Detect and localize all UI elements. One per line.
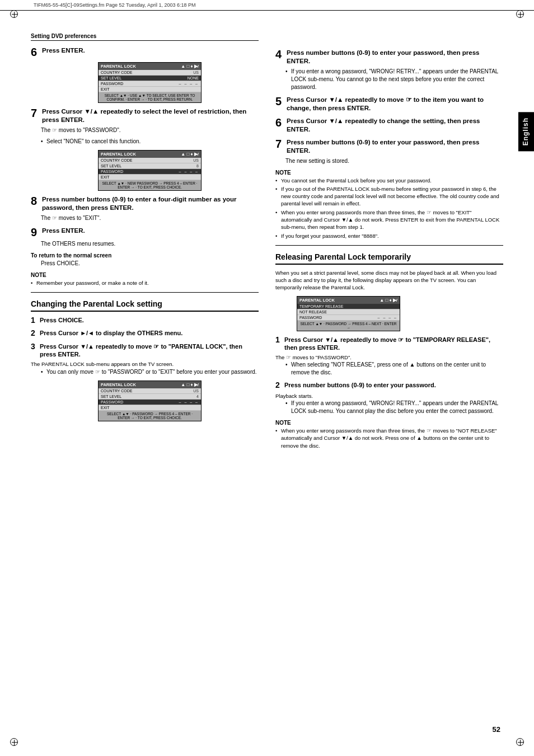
divider-1 bbox=[31, 292, 259, 293]
step-7-right-heading-row: 7 Press number buttons (0-9) to enter yo… bbox=[275, 138, 503, 155]
changing-step-1-row: 1 Press CHOICE. bbox=[31, 316, 259, 325]
step-5-number: 5 bbox=[275, 96, 285, 107]
releasing-step-2-row: 2 Press number buttons (0-9) to enter yo… bbox=[275, 381, 503, 389]
step-9-body: The OTHERS menu resumes. bbox=[41, 240, 259, 248]
corner-mark-br bbox=[516, 738, 524, 746]
releasing-step-2-num: 2 bbox=[275, 381, 283, 389]
changing-step-3-row: 3 Press Cursor ▼/▲ repeatedly to move ☞ … bbox=[31, 342, 259, 359]
screen-3-row-3: PASSWORD – – – – bbox=[99, 400, 201, 405]
step-6-heading-row: 6 Press ENTER. bbox=[31, 46, 259, 58]
screen-1-footer: SELECT ▲▼ · USE ▲▼ TO SELECT, USE ENTER … bbox=[99, 92, 201, 102]
screen-1-row-4: EXIT bbox=[99, 87, 201, 92]
step-7-right-body: The new setting is stored. bbox=[285, 157, 503, 165]
step-8-body: The ☞ moves to "EXIT". bbox=[41, 214, 259, 222]
screen-image-1: PARENTAL LOCK ▲ □ ♦ ▶/ COUNTRY CODE US S… bbox=[98, 62, 202, 103]
screen-image-2-wrapper: PARENTAL LOCK ▲ □ ♦ ▶/ COUNTRY CODE US S… bbox=[41, 150, 259, 191]
left-column: Setting DVD preferences 6 Press ENTER. P… bbox=[31, 33, 259, 454]
divider-right bbox=[275, 245, 503, 246]
releasing-step-2: 2 Press number buttons (0-9) to enter yo… bbox=[275, 381, 503, 415]
page-container: English TIFM65-55-45[C]-09Settings.fm Pa… bbox=[0, 0, 534, 756]
step-8-number: 8 bbox=[31, 195, 41, 206]
file-info-text: TIFM65-55-45[C]-09Settings.fm Page 52 Tu… bbox=[34, 2, 196, 8]
releasing-step-1: 1 Press Cursor ▼/▲ repeatedly to move ☞ … bbox=[275, 336, 503, 377]
note-right-item-1: You cannot set the Parental Lock before … bbox=[275, 177, 503, 184]
step-8-heading-row: 8 Press number buttons (0-9) to enter a … bbox=[31, 195, 259, 212]
screen-2-title: PARENTAL LOCK bbox=[101, 152, 136, 157]
releasing-step-2-text: Press number buttons (0-9) to enter your… bbox=[284, 381, 436, 389]
step-8-left: 8 Press number buttons (0-9) to enter a … bbox=[31, 195, 259, 222]
screen-image-3-wrapper: PARENTAL LOCK ▲ □ ♦ ▶/ COUNTRY CODE US S… bbox=[41, 381, 259, 421]
step-6-number: 6 bbox=[31, 46, 41, 58]
note-right-title: NOTE bbox=[275, 170, 503, 176]
note-left-item-1: Remember your password, or make a note o… bbox=[31, 279, 259, 287]
step-9-text: Press ENTER. bbox=[42, 227, 259, 235]
page-number: 52 bbox=[493, 725, 500, 734]
changing-section-heading: Changing the Parental Lock setting bbox=[31, 299, 259, 312]
screen-3-row-2: SET LEVEL 4 bbox=[99, 394, 201, 400]
content-area: Setting DVD preferences 6 Press ENTER. P… bbox=[0, 11, 534, 476]
step-5-right: 5 Press Cursor ▼/▲ repeatedly to move ☞ … bbox=[275, 96, 503, 112]
step-9-left: 9 Press ENTER. The OTHERS menu resumes. bbox=[31, 227, 259, 248]
step-7-right-text: Press number buttons (0-9) to enter your… bbox=[287, 138, 503, 155]
screen-2-row-1: COUNTRY CODE US bbox=[99, 158, 201, 163]
corner-mark-bl bbox=[10, 738, 18, 746]
step-7-text: Press Cursor ▼/▲ repeatedly to select th… bbox=[42, 107, 259, 124]
screen-1-title: PARENTAL LOCK bbox=[101, 64, 136, 69]
releasing-section-heading: Releasing Parental Lock temporarily bbox=[275, 252, 503, 265]
step-7-body: The ☞ moves to "PASSWORD". bbox=[41, 126, 259, 134]
screen-3-header: PARENTAL LOCK ▲ □ ♦ ▶/ bbox=[99, 381, 201, 388]
step-4-text: Press number buttons (0-9) to enter your… bbox=[287, 49, 503, 65]
screen-3-icons: ▲ □ ♦ ▶/ bbox=[181, 382, 199, 387]
step-5-heading-row: 5 Press Cursor ▼/▲ repeatedly to move ☞ … bbox=[275, 96, 503, 112]
changing-step-2: 2 Press Cursor ►/◄ to display the OTHERS… bbox=[31, 329, 259, 337]
releasing-step-1-num: 1 bbox=[275, 336, 283, 344]
screen-2-row-2: SET LEVEL 8 bbox=[99, 163, 201, 169]
step-6-text: Press ENTER. bbox=[42, 46, 259, 55]
changing-step-1: 1 Press CHOICE. bbox=[31, 316, 259, 325]
note-right-item-3: When you enter wrong passwords more than… bbox=[275, 209, 503, 231]
step-9-heading-row: 9 Press ENTER. bbox=[31, 227, 259, 238]
screen-image-3: PARENTAL LOCK ▲ □ ♦ ▶/ COUNTRY CODE US S… bbox=[98, 381, 202, 421]
step-7-number: 7 bbox=[31, 107, 41, 119]
changing-step-3: 3 Press Cursor ▼/▲ repeatedly to move ☞ … bbox=[31, 342, 259, 421]
screen-1-row-1: COUNTRY CODE US bbox=[99, 70, 201, 76]
step-6-right-heading-row: 6 Press Cursor ▼/▲ repeatedly to change … bbox=[275, 117, 503, 134]
screen-2-row-4: EXIT bbox=[99, 175, 201, 180]
step-4-right: 4 Press number buttons (0-9) to enter yo… bbox=[275, 49, 503, 91]
corner-cross-bl bbox=[12, 740, 17, 745]
note-releasing: NOTE When you enter wrong passwords more… bbox=[275, 420, 503, 449]
step-5-text: Press Cursor ▼/▲ repeatedly to move ☞ to… bbox=[287, 96, 503, 112]
to-return-body: Press CHOICE. bbox=[41, 260, 259, 267]
corner-mark-tl bbox=[10, 10, 18, 18]
step-8-text: Press number buttons (0-9) to enter a fo… bbox=[42, 195, 259, 212]
note-left-title: NOTE bbox=[31, 272, 259, 278]
changing-step-3-body: The PARENTAL LOCK sub-menu appears on th… bbox=[31, 360, 259, 368]
changing-step-1-num: 1 bbox=[31, 316, 39, 325]
releasing-intro: When you set a strict parental level, so… bbox=[275, 269, 503, 292]
screen-4-icons: ▲ □ ♦ ▶/ bbox=[380, 298, 397, 303]
corner-cross-br bbox=[518, 740, 523, 745]
note-releasing-item-1: When you enter wrong passwords more than… bbox=[275, 427, 503, 449]
screen-image-2: PARENTAL LOCK ▲ □ ♦ ▶/ COUNTRY CODE US S… bbox=[98, 150, 202, 191]
step-7-left: 7 Press Cursor ▼/▲ repeatedly to select … bbox=[31, 107, 259, 191]
screen-2-footer: SELECT ▲▼ · NEW PASSWORD → PRESS 4 – ENT… bbox=[99, 180, 201, 190]
step-4-number: 4 bbox=[275, 49, 285, 60]
releasing-step-1-text: Press Cursor ▼/▲ repeatedly to move ☞ to… bbox=[284, 336, 503, 352]
releasing-step-2-body: Playback starts. bbox=[275, 392, 503, 400]
to-return-block: To return to the normal screen Press CHO… bbox=[31, 252, 259, 267]
releasing-step-1-body: The ☞ moves to "PASSWORD". bbox=[275, 354, 503, 361]
changing-step-3-num: 3 bbox=[31, 342, 39, 351]
screen-3-row-1: COUNTRY CODE US bbox=[99, 388, 201, 394]
step-6-right-text: Press Cursor ▼/▲ repeatedly to change th… bbox=[287, 117, 503, 134]
step-4-bullet: If you enter a wrong password, "WRONG! R… bbox=[285, 68, 503, 91]
changing-step-3-bullet: You can only move ☞ to "PASSWORD" or to … bbox=[41, 368, 259, 376]
screen-4-header: PARENTAL LOCK ▲ □ ♦ ▶/ bbox=[297, 297, 400, 304]
screen-1-icons: ▲ □ ♦ ▶/ bbox=[181, 64, 199, 69]
note-right-item-4: If you forget your password, enter "8888… bbox=[275, 232, 503, 240]
step-7-heading-row: 7 Press Cursor ▼/▲ repeatedly to select … bbox=[31, 107, 259, 124]
step-7-bullet: Select "NONE" to cancel this function. bbox=[41, 138, 259, 145]
releasing-step-1-row: 1 Press Cursor ▼/▲ repeatedly to move ☞ … bbox=[275, 336, 503, 352]
step-6-right-number: 6 bbox=[275, 117, 285, 128]
to-return-heading: To return to the normal screen bbox=[31, 252, 259, 259]
screen-4-row-3: PASSWORD – – – – bbox=[297, 315, 400, 321]
